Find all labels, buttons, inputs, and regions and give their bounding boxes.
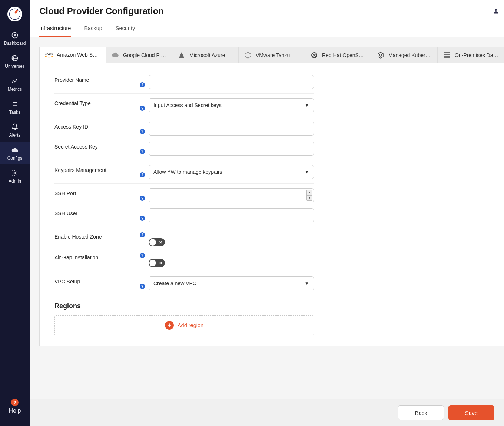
help-icon[interactable]: ? [140,253,145,258]
label-access-key-id: Access Key ID [54,122,140,130]
sidebar-item-label: Help [9,407,21,414]
sidebar-item-label: Universes [5,64,24,69]
provider-name-input[interactable] [149,75,314,89]
label-vpc-setup: VPC Setup [54,276,140,284]
provider-tab-label: Amazon Web S… [57,52,98,58]
kubernetes-icon [376,51,385,59]
svg-point-0 [9,8,21,20]
tasks-icon [11,100,19,108]
help-icon[interactable]: ? [140,232,145,237]
label-hosted-zone: Enable Hosted Zone [54,232,140,240]
help-icon[interactable]: ? [140,284,145,289]
provider-tab-label: Red Hat OpenS… [322,52,364,58]
save-button[interactable]: Save [448,405,494,420]
user-menu[interactable] [487,0,504,21]
provider-tab-vmware[interactable]: VMware Tanzu [239,47,305,63]
vpc-setup-select[interactable]: Create a new VPC ▼ [149,276,314,290]
airgap-toggle[interactable]: ✕ [149,259,165,267]
help-icon[interactable]: ? [140,216,145,221]
provider-tabs: aws Amazon Web S… Google Cloud Pl… Micro… [39,47,504,63]
app-logo [7,7,22,21]
cloud-icon [11,146,19,154]
label-ssh-user: SSH User [54,208,140,216]
add-region-button[interactable]: + Add region [54,315,314,335]
label-provider-name: Provider Name [54,75,140,83]
keypairs-select[interactable]: Allow YW to manage keypairs ▼ [149,165,314,179]
ssh-user-input[interactable] [149,208,314,222]
tab-infrastructure[interactable]: Infrastructure [39,21,71,37]
sidebar-item-admin[interactable]: Admin [0,164,30,187]
sidebar-item-configs[interactable]: Configs [0,142,30,164]
provider-tab-label: Managed Kuber… [388,52,431,58]
sidebar-nav: Dashboard Universes Metrics Tasks Alerts… [0,27,30,426]
gear-icon [11,169,19,177]
provider-tab-label: Google Cloud Pl… [123,52,166,58]
sidebar-item-label: Tasks [9,110,21,115]
provider-tab-label: On-Premises Dat… [455,52,499,58]
sidebar-item-label: Metrics [8,87,22,92]
tab-backup[interactable]: Backup [84,21,102,37]
svg-point-8 [495,9,497,11]
svg-rect-15 [444,57,450,58]
help-icon[interactable]: ? [140,172,145,177]
gcp-icon [110,51,120,59]
subtabs: Infrastructure Backup Security [30,21,504,37]
sidebar-item-help[interactable]: ? Help [0,395,30,418]
access-key-id-input[interactable] [149,122,314,136]
hosted-zone-toggle[interactable]: ✕ [149,238,165,246]
help-icon[interactable]: ? [140,149,145,154]
help-icon: ? [11,399,19,406]
credential-type-select[interactable]: Input Access and Secret keys ▼ [149,98,314,112]
provider-tab-openshift[interactable]: Red Hat OpenS… [305,47,371,63]
provider-tab-kubernetes[interactable]: Managed Kuber… [371,47,438,63]
sidebar-item-metrics[interactable]: Metrics [0,73,30,96]
help-icon[interactable]: ? [140,82,145,87]
chevron-down-icon: ▼ [305,103,309,108]
add-region-label: Add region [178,322,203,328]
help-icon[interactable]: ? [140,106,145,111]
svg-marker-9 [245,52,251,58]
globe-icon [11,54,19,62]
label-ssh-port: SSH Port [54,188,140,196]
vmware-icon [243,51,253,59]
select-value: Input Access and Secret keys [153,102,222,108]
form-footer: Back Save [30,399,504,426]
tab-security[interactable]: Security [116,21,135,37]
provider-tab-label: Microsoft Azure [189,52,225,58]
label-keypairs: Keypairs Management [54,165,140,173]
plus-icon: + [165,321,174,330]
sidebar-item-universes[interactable]: Universes [0,50,30,73]
back-button[interactable]: Back [398,405,444,420]
help-icon[interactable]: ? [140,196,145,201]
label-credential-type: Credential Type [54,98,140,106]
aws-icon: aws [44,51,54,59]
provider-tab-onprem[interactable]: On-Premises Dat… [438,47,504,63]
label-secret-access-key: Secret Access Key [54,142,140,150]
svg-marker-11 [378,52,383,58]
help-icon[interactable]: ? [140,129,145,134]
dashboard-icon [11,31,19,39]
svg-rect-13 [444,53,450,54]
chevron-down-icon: ▼ [305,281,309,286]
svg-point-12 [379,54,382,56]
user-icon [493,7,499,14]
provider-form: Provider Name ? Credential Type ? Input … [54,75,314,335]
svg-point-7 [14,172,16,174]
chevron-down-icon: ▼ [305,169,309,174]
sidebar-item-alerts[interactable]: Alerts [0,119,30,142]
close-icon: ✕ [159,261,162,266]
secret-access-key-input[interactable] [149,142,314,156]
azure-icon [177,51,186,59]
datacenter-icon [442,51,452,59]
sidebar-item-tasks[interactable]: Tasks [0,96,30,119]
sidebar: Dashboard Universes Metrics Tasks Alerts… [0,0,30,426]
sidebar-item-label: Dashboard [4,41,26,46]
provider-tab-azure[interactable]: Microsoft Azure [172,47,239,63]
sidebar-item-dashboard[interactable]: Dashboard [0,27,30,50]
provider-tab-gcp[interactable]: Google Cloud Pl… [106,47,172,63]
label-airgap: Air Gap Installation [54,252,140,260]
number-stepper[interactable]: ▲▼ [306,190,312,201]
bell-icon [11,123,19,131]
ssh-port-input[interactable] [149,188,314,202]
provider-tab-aws[interactable]: aws Amazon Web S… [39,47,106,63]
